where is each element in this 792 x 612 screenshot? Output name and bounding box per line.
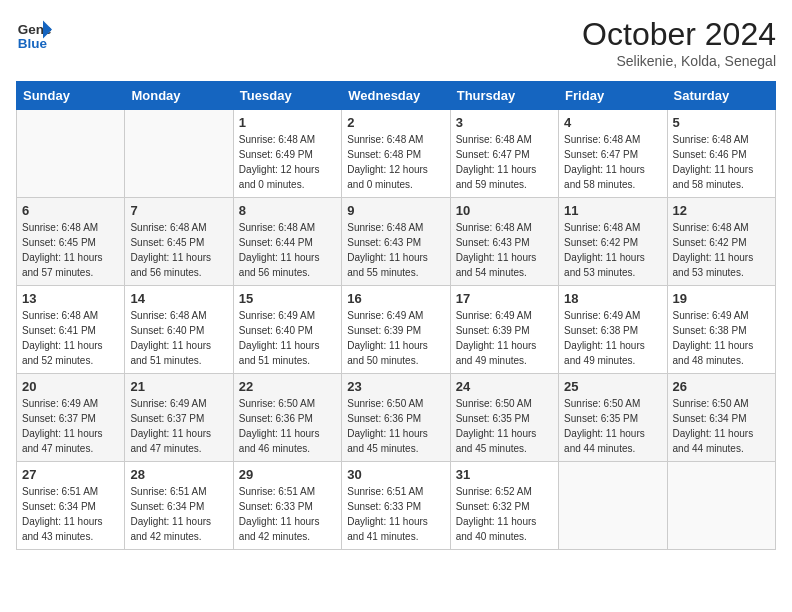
day-number: 9 (347, 203, 444, 218)
day-info: Sunrise: 6:49 AMSunset: 6:38 PMDaylight:… (673, 308, 770, 368)
weekday-header: Sunday (17, 82, 125, 110)
day-number: 25 (564, 379, 661, 394)
day-info: Sunrise: 6:48 AMSunset: 6:48 PMDaylight:… (347, 132, 444, 192)
calendar-table: SundayMondayTuesdayWednesdayThursdayFrid… (16, 81, 776, 550)
logo-icon: General Blue (16, 16, 52, 52)
calendar-cell (17, 110, 125, 198)
day-number: 24 (456, 379, 553, 394)
day-info: Sunrise: 6:48 AMSunset: 6:47 PMDaylight:… (456, 132, 553, 192)
day-info: Sunrise: 6:49 AMSunset: 6:39 PMDaylight:… (347, 308, 444, 368)
day-number: 22 (239, 379, 336, 394)
day-info: Sunrise: 6:50 AMSunset: 6:34 PMDaylight:… (673, 396, 770, 456)
calendar-cell: 7Sunrise: 6:48 AMSunset: 6:45 PMDaylight… (125, 198, 233, 286)
calendar-cell: 26Sunrise: 6:50 AMSunset: 6:34 PMDayligh… (667, 374, 775, 462)
calendar-cell: 8Sunrise: 6:48 AMSunset: 6:44 PMDaylight… (233, 198, 341, 286)
day-number: 31 (456, 467, 553, 482)
month-title: October 2024 (582, 16, 776, 53)
calendar-cell: 25Sunrise: 6:50 AMSunset: 6:35 PMDayligh… (559, 374, 667, 462)
day-info: Sunrise: 6:52 AMSunset: 6:32 PMDaylight:… (456, 484, 553, 544)
calendar-cell: 2Sunrise: 6:48 AMSunset: 6:48 PMDaylight… (342, 110, 450, 198)
day-number: 7 (130, 203, 227, 218)
day-number: 17 (456, 291, 553, 306)
day-info: Sunrise: 6:50 AMSunset: 6:35 PMDaylight:… (456, 396, 553, 456)
day-info: Sunrise: 6:49 AMSunset: 6:37 PMDaylight:… (130, 396, 227, 456)
calendar-cell: 6Sunrise: 6:48 AMSunset: 6:45 PMDaylight… (17, 198, 125, 286)
calendar-week-row: 1Sunrise: 6:48 AMSunset: 6:49 PMDaylight… (17, 110, 776, 198)
day-info: Sunrise: 6:51 AMSunset: 6:33 PMDaylight:… (347, 484, 444, 544)
weekday-header: Wednesday (342, 82, 450, 110)
day-number: 29 (239, 467, 336, 482)
day-info: Sunrise: 6:48 AMSunset: 6:45 PMDaylight:… (130, 220, 227, 280)
day-info: Sunrise: 6:51 AMSunset: 6:34 PMDaylight:… (22, 484, 119, 544)
day-info: Sunrise: 6:48 AMSunset: 6:42 PMDaylight:… (564, 220, 661, 280)
calendar-cell: 24Sunrise: 6:50 AMSunset: 6:35 PMDayligh… (450, 374, 558, 462)
calendar-cell: 12Sunrise: 6:48 AMSunset: 6:42 PMDayligh… (667, 198, 775, 286)
calendar-cell: 16Sunrise: 6:49 AMSunset: 6:39 PMDayligh… (342, 286, 450, 374)
day-number: 14 (130, 291, 227, 306)
calendar-cell: 31Sunrise: 6:52 AMSunset: 6:32 PMDayligh… (450, 462, 558, 550)
calendar-cell: 14Sunrise: 6:48 AMSunset: 6:40 PMDayligh… (125, 286, 233, 374)
day-number: 23 (347, 379, 444, 394)
calendar-cell: 20Sunrise: 6:49 AMSunset: 6:37 PMDayligh… (17, 374, 125, 462)
calendar-cell: 4Sunrise: 6:48 AMSunset: 6:47 PMDaylight… (559, 110, 667, 198)
calendar-cell: 11Sunrise: 6:48 AMSunset: 6:42 PMDayligh… (559, 198, 667, 286)
day-number: 21 (130, 379, 227, 394)
day-info: Sunrise: 6:50 AMSunset: 6:35 PMDaylight:… (564, 396, 661, 456)
weekday-header-row: SundayMondayTuesdayWednesdayThursdayFrid… (17, 82, 776, 110)
calendar-cell (559, 462, 667, 550)
day-info: Sunrise: 6:48 AMSunset: 6:40 PMDaylight:… (130, 308, 227, 368)
day-info: Sunrise: 6:48 AMSunset: 6:42 PMDaylight:… (673, 220, 770, 280)
weekday-header: Friday (559, 82, 667, 110)
day-info: Sunrise: 6:49 AMSunset: 6:39 PMDaylight:… (456, 308, 553, 368)
weekday-header: Tuesday (233, 82, 341, 110)
weekday-header: Thursday (450, 82, 558, 110)
day-number: 4 (564, 115, 661, 130)
calendar-cell: 28Sunrise: 6:51 AMSunset: 6:34 PMDayligh… (125, 462, 233, 550)
day-number: 28 (130, 467, 227, 482)
day-info: Sunrise: 6:48 AMSunset: 6:47 PMDaylight:… (564, 132, 661, 192)
day-number: 1 (239, 115, 336, 130)
day-number: 18 (564, 291, 661, 306)
calendar-week-row: 6Sunrise: 6:48 AMSunset: 6:45 PMDaylight… (17, 198, 776, 286)
calendar-cell: 22Sunrise: 6:50 AMSunset: 6:36 PMDayligh… (233, 374, 341, 462)
day-number: 15 (239, 291, 336, 306)
day-info: Sunrise: 6:48 AMSunset: 6:43 PMDaylight:… (347, 220, 444, 280)
day-number: 10 (456, 203, 553, 218)
calendar-cell: 9Sunrise: 6:48 AMSunset: 6:43 PMDaylight… (342, 198, 450, 286)
day-info: Sunrise: 6:49 AMSunset: 6:40 PMDaylight:… (239, 308, 336, 368)
calendar-cell: 23Sunrise: 6:50 AMSunset: 6:36 PMDayligh… (342, 374, 450, 462)
location: Selikenie, Kolda, Senegal (582, 53, 776, 69)
day-info: Sunrise: 6:48 AMSunset: 6:46 PMDaylight:… (673, 132, 770, 192)
calendar-cell: 1Sunrise: 6:48 AMSunset: 6:49 PMDaylight… (233, 110, 341, 198)
calendar-cell: 17Sunrise: 6:49 AMSunset: 6:39 PMDayligh… (450, 286, 558, 374)
day-info: Sunrise: 6:49 AMSunset: 6:38 PMDaylight:… (564, 308, 661, 368)
calendar-cell: 18Sunrise: 6:49 AMSunset: 6:38 PMDayligh… (559, 286, 667, 374)
day-number: 16 (347, 291, 444, 306)
calendar-cell: 3Sunrise: 6:48 AMSunset: 6:47 PMDaylight… (450, 110, 558, 198)
day-info: Sunrise: 6:50 AMSunset: 6:36 PMDaylight:… (239, 396, 336, 456)
calendar-cell: 19Sunrise: 6:49 AMSunset: 6:38 PMDayligh… (667, 286, 775, 374)
calendar-week-row: 20Sunrise: 6:49 AMSunset: 6:37 PMDayligh… (17, 374, 776, 462)
calendar-cell (667, 462, 775, 550)
day-number: 5 (673, 115, 770, 130)
calendar-cell: 30Sunrise: 6:51 AMSunset: 6:33 PMDayligh… (342, 462, 450, 550)
day-info: Sunrise: 6:48 AMSunset: 6:41 PMDaylight:… (22, 308, 119, 368)
calendar-cell: 5Sunrise: 6:48 AMSunset: 6:46 PMDaylight… (667, 110, 775, 198)
day-number: 12 (673, 203, 770, 218)
day-number: 30 (347, 467, 444, 482)
day-number: 19 (673, 291, 770, 306)
day-number: 13 (22, 291, 119, 306)
day-number: 8 (239, 203, 336, 218)
weekday-header: Saturday (667, 82, 775, 110)
calendar-week-row: 13Sunrise: 6:48 AMSunset: 6:41 PMDayligh… (17, 286, 776, 374)
calendar-cell: 15Sunrise: 6:49 AMSunset: 6:40 PMDayligh… (233, 286, 341, 374)
day-info: Sunrise: 6:48 AMSunset: 6:49 PMDaylight:… (239, 132, 336, 192)
calendar-cell: 10Sunrise: 6:48 AMSunset: 6:43 PMDayligh… (450, 198, 558, 286)
calendar-cell: 21Sunrise: 6:49 AMSunset: 6:37 PMDayligh… (125, 374, 233, 462)
calendar-cell: 13Sunrise: 6:48 AMSunset: 6:41 PMDayligh… (17, 286, 125, 374)
day-number: 26 (673, 379, 770, 394)
day-info: Sunrise: 6:50 AMSunset: 6:36 PMDaylight:… (347, 396, 444, 456)
title-block: October 2024 Selikenie, Kolda, Senegal (582, 16, 776, 69)
page-header: General Blue October 2024 Selikenie, Kol… (16, 16, 776, 69)
calendar-cell: 29Sunrise: 6:51 AMSunset: 6:33 PMDayligh… (233, 462, 341, 550)
